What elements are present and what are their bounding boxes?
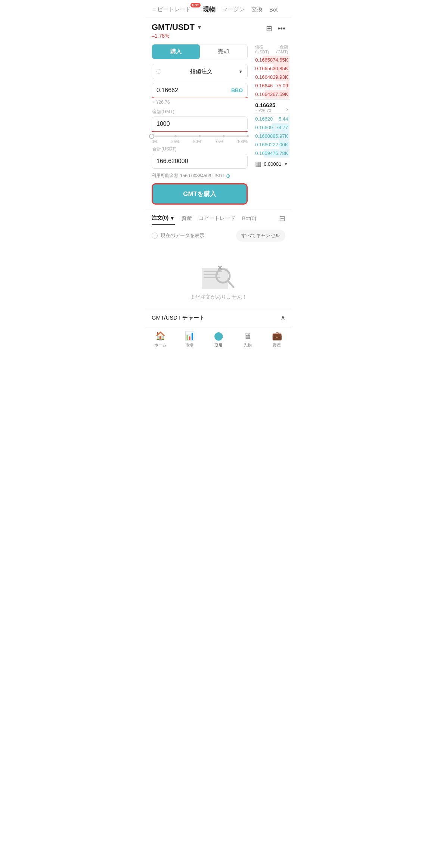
available-value: 1560.00884509 USDT (180, 173, 224, 178)
nav-spot[interactable]: 現物 (203, 5, 216, 14)
order-book: 価格 (USDT) 金額 (GMT) 0.16658 74.65K 0.1665… (254, 44, 291, 205)
bid-row[interactable]: 0.16608 85.97K (254, 132, 289, 140)
mid-price: 0.16625 (255, 102, 288, 108)
bid-rows: 0.16620 5.44 0.16609 74.77 0.16608 85.97… (254, 115, 289, 158)
empty-state: まだ注文がありません！ (146, 245, 291, 308)
svg-rect-3 (204, 277, 220, 278)
filter-radio[interactable] (152, 233, 158, 239)
total-row: 166.620000 (152, 154, 248, 169)
tab-copy-trade[interactable]: コピートレード (199, 215, 235, 225)
top-navigation: コピートレード HOT 現物 マージン 交換 Bot (146, 0, 291, 18)
price-input-row: BBO (152, 83, 248, 98)
price-input[interactable] (156, 87, 231, 94)
market-icon: 📊 (185, 331, 195, 341)
assets-icon: 💼 (272, 331, 282, 341)
mid-price-jpy: ≈ ¥26.70 (255, 108, 288, 113)
tick-dropdown-icon: ▼ (283, 161, 288, 167)
pair-name[interactable]: GMT/USDT ▼ (152, 22, 202, 32)
buy-button[interactable]: GMTを購入 (152, 183, 248, 205)
pair-actions: ⊞ ••• (266, 24, 285, 33)
hot-badge: HOT (190, 3, 201, 7)
ask-row[interactable]: 0.16658 74.65K (254, 56, 289, 64)
main-content: 購入 売却 ⓘ 指値注文 ▼ BBO ≈ ¥26.76 金額(GMT) (146, 40, 291, 205)
nav-bot[interactable]: Bot (269, 6, 278, 13)
futures-icon: 🖥 (244, 331, 252, 341)
layout-icon[interactable]: ⊞ (266, 24, 272, 33)
mid-arrow: › (286, 106, 288, 113)
orderbook-mid[interactable]: 0.16625 ≈ ¥26.70 › (254, 99, 289, 114)
trading-panel: 購入 売却 ⓘ 指値注文 ▼ BBO ≈ ¥26.76 金額(GMT) (146, 44, 254, 205)
order-type-label: 指値注文 (164, 68, 238, 75)
total-label: 合計(USDT) (152, 146, 248, 152)
history-icon: ⊟ (279, 214, 285, 223)
ask-rows: 0.16658 74.65K 0.16656 30.85K 0.16648 29… (254, 56, 289, 99)
order-tabs: 注文(0) ▼ 資産 コピートレード Bot(0) ⊟ (146, 209, 291, 226)
tab-bot[interactable]: Bot(0) (242, 215, 256, 224)
empty-state-illustration (196, 256, 241, 294)
bid-row[interactable]: 0.16620 5.44 (254, 115, 289, 123)
ask-row[interactable]: 0.16648 29.93K (254, 73, 289, 81)
bottom-nav-assets[interactable]: 💼 資産 (262, 331, 291, 348)
bottom-nav-home[interactable]: 🏠 ホーム (146, 331, 175, 348)
available-balance: 利用可能金額 1560.00884509 USDT ⊕ (152, 172, 248, 179)
sell-tab[interactable]: 売却 (200, 44, 248, 59)
bottom-nav-futures[interactable]: 🖥 先物 (233, 331, 262, 348)
bottom-navigation: 🏠 ホーム 📊 市場 ⬤ 取引 🖥 先物 💼 資産 (146, 327, 291, 355)
tab-history-icon[interactable]: ⊟ (279, 214, 285, 226)
cancel-all-button[interactable]: すべてキャンセル (236, 230, 285, 242)
total-group: 合計(USDT) 166.620000 (152, 146, 248, 169)
pair-dropdown-arrow[interactable]: ▼ (197, 24, 202, 30)
price-input-group: BBO ≈ ¥26.76 (152, 83, 248, 105)
ask-row[interactable]: 0.16646 75.09 (254, 81, 289, 90)
pair-info: GMT/USDT ▼ –1.78% (152, 22, 202, 39)
amount-input-row (152, 116, 248, 131)
bottom-nav-market[interactable]: 📊 市場 (175, 331, 204, 348)
orderbook-header: 価格 (USDT) 金額 (GMT) (254, 44, 289, 56)
chart-chevron-icon: ∧ (281, 314, 285, 322)
tab-assets[interactable]: 資産 (182, 215, 192, 225)
pair-header: GMT/USDT ▼ –1.78% ⊞ ••• (146, 18, 291, 40)
buy-tab[interactable]: 購入 (152, 44, 200, 59)
price-jpy-hint: ≈ ¥26.76 (152, 100, 248, 105)
available-label: 利用可能金額 (152, 172, 179, 179)
tick-size-selector: ▦ 0.00001 0.0001 0.001 ▼ (254, 158, 289, 168)
amount-input[interactable] (156, 121, 243, 127)
current-data-filter[interactable]: 現在のデータを表示 (152, 232, 204, 239)
slider-labels: 0% 25% 50% 75% 100% (152, 139, 248, 144)
bbo-button[interactable]: BBO (231, 87, 243, 93)
total-value: 166.620000 (156, 158, 188, 164)
ask-row[interactable]: 0.16656 30.85K (254, 64, 289, 73)
bottom-nav-trade[interactable]: ⬤ 取引 (204, 331, 233, 348)
nav-copy-trade[interactable]: コピートレード HOT (152, 6, 191, 13)
bid-row[interactable]: 0.16594 76.78K (254, 149, 289, 158)
nav-margin[interactable]: マージン (222, 6, 245, 13)
tab-orders[interactable]: 注文(0) ▼ (152, 215, 175, 225)
bid-row[interactable]: 0.16609 74.77 (254, 123, 289, 132)
amount-input-group: 金額(GMT) (152, 109, 248, 132)
empty-state-text: まだ注文がありません！ (190, 294, 247, 301)
trade-icon: ⬤ (214, 331, 223, 340)
add-funds-icon[interactable]: ⊕ (226, 173, 230, 179)
filter-row: 現在のデータを表示 すべてキャンセル (146, 226, 291, 245)
home-icon: 🏠 (155, 331, 165, 341)
chart-section[interactable]: GMT/USDT チャート ∧ (146, 308, 291, 327)
nav-exchange[interactable]: 交換 (251, 6, 263, 13)
filter-label: 現在のデータを表示 (161, 232, 204, 239)
slider-track[interactable] (152, 136, 248, 137)
tick-select[interactable]: 0.00001 0.0001 0.001 (264, 161, 281, 167)
amount-slider: 0% 25% 50% 75% 100% (152, 136, 248, 144)
order-type-dropdown-icon: ▼ (238, 69, 243, 74)
buy-sell-tabs: 購入 売却 (152, 44, 248, 59)
amount-label: 金額(GMT) (152, 109, 248, 115)
svg-line-5 (228, 281, 233, 287)
ask-row[interactable]: 0.16642 67.59K (254, 90, 289, 99)
more-icon[interactable]: ••• (278, 24, 285, 33)
order-type-info-icon: ⓘ (156, 68, 161, 75)
orderbook-icon: ▦ (255, 160, 261, 168)
order-type-selector[interactable]: ⓘ 指値注文 ▼ (152, 64, 248, 79)
pair-change: –1.78% (152, 33, 202, 39)
chart-label: GMT/USDT チャート (152, 314, 205, 321)
bid-row[interactable]: 0.16602 22.00K (254, 140, 289, 149)
